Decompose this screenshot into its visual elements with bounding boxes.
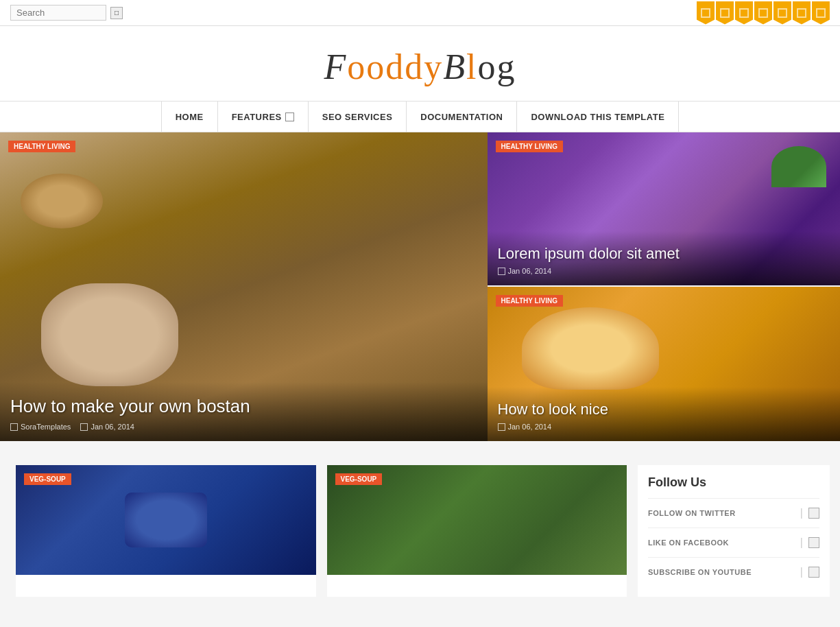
sidebar: Follow Us FOLLOW ON TWITTER | LIKE ON FA… (638, 465, 830, 597)
top-bar: □ (0, 0, 840, 26)
card-1[interactable]: Veg-Soup (16, 465, 316, 597)
follow-twitter[interactable]: FOLLOW ON TWITTER | (648, 498, 819, 528)
small-top-title: Lorem ipsum dolor sit amet (498, 245, 830, 263)
small-bottom-overlay: How to look nice Jan 06, 2014 (488, 387, 841, 441)
small-bottom-date: Jan 06, 2014 (508, 423, 552, 431)
card-1-category: Veg-Soup (24, 473, 71, 485)
nav-item-documentation[interactable]: DOCUMENTATION (407, 102, 517, 132)
site-logo[interactable]: FooddyBlog (0, 47, 840, 87)
card-2-category: Veg-Soup (335, 473, 383, 485)
featured-small-col: HEALTHY LIVING Lorem ipsum dolor sit ame… (488, 132, 841, 441)
facebook-label: LIKE ON FACEBOOK (648, 539, 729, 547)
follow-us-widget: Follow Us FOLLOW ON TWITTER | LIKE ON FA… (638, 465, 830, 597)
bookmark-7[interactable] (812, 1, 830, 25)
featured-small-top[interactable]: HEALTHY LIVING Lorem ipsum dolor sit ame… (488, 132, 841, 287)
nav-item-download[interactable]: DOWNLOAD THIS TEMPLATE (517, 102, 679, 132)
features-dropdown-icon (285, 113, 294, 121)
twitter-label: FOLLOW ON TWITTER (648, 509, 736, 517)
large-post-category: HEALTHY LIVING (8, 141, 75, 152)
featured-small-bottom[interactable]: HEALTHY LIVING How to look nice Jan 06, … (488, 287, 841, 441)
small-bottom-title: How to look nice (498, 401, 830, 418)
youtube-icon (808, 567, 819, 578)
nav-item-home[interactable]: HOME (161, 102, 218, 132)
search-wrap: □ (10, 5, 123, 21)
calendar-icon-3 (498, 423, 505, 431)
youtube-label: SUBSCRIBE ON YOUTUBE (648, 568, 752, 576)
featured-section: HEALTHY LIVING How to make your own bost… (0, 132, 840, 441)
cards-section: Veg-Soup Veg-Soup Follow Us FOLLOW ON TW… (0, 455, 840, 607)
bookmark-5[interactable] (773, 1, 791, 25)
small-top-meta: Jan 06, 2014 (498, 267, 830, 275)
featured-large-post[interactable]: HEALTHY LIVING How to make your own bost… (0, 132, 488, 441)
small-top-category: HEALTHY LIVING (496, 141, 563, 152)
small-bottom-date-meta: Jan 06, 2014 (498, 423, 552, 431)
bookmark-6[interactable] (793, 1, 811, 25)
bookmark-3[interactable] (735, 1, 753, 25)
calendar-icon (80, 423, 88, 431)
facebook-right: | (800, 536, 819, 549)
follow-youtube[interactable]: SUBSCRIBE ON YOUTUBE | (648, 557, 819, 587)
card-1-image: Veg-Soup (16, 465, 316, 575)
small-bottom-meta: Jan 06, 2014 (498, 423, 830, 431)
bookmark-1[interactable] (697, 1, 715, 25)
twitter-right: | (800, 507, 819, 519)
bookmark-2[interactable] (716, 1, 734, 25)
small-top-date: Jan 06, 2014 (508, 267, 552, 275)
large-post-overlay: How to make your own bostan SoraTemplate… (0, 382, 488, 441)
nav-bar: HOME FEATURES SEO SERVICES DOCUMENTATION… (0, 101, 840, 132)
nav-item-seo[interactable]: SEO SERVICES (309, 102, 407, 132)
card-2[interactable]: Veg-Soup (327, 465, 627, 597)
large-post-title: How to make your own bostan (10, 396, 477, 417)
follow-facebook[interactable]: LIKE ON FACEBOOK | (648, 528, 819, 557)
small-top-overlay: Lorem ipsum dolor sit amet Jan 06, 2014 (488, 231, 841, 285)
small-bottom-category: HEALTHY LIVING (496, 295, 563, 307)
author-icon (10, 423, 18, 431)
facebook-icon (808, 537, 819, 548)
author-meta: SoraTemplates (10, 423, 71, 431)
date-meta: Jan 06, 2014 (80, 423, 134, 431)
bookmark-4[interactable] (754, 1, 772, 25)
nav-item-features[interactable]: FEATURES (218, 102, 309, 132)
post-date: Jan 06, 2014 (91, 423, 134, 431)
main-content: HEALTHY LIVING How to make your own bost… (0, 132, 840, 607)
calendar-icon-2 (498, 268, 505, 275)
search-input[interactable] (10, 5, 106, 21)
large-post-meta: SoraTemplates Jan 06, 2014 (10, 423, 477, 431)
twitter-icon (808, 508, 819, 519)
follow-us-title: Follow Us (648, 475, 819, 490)
logo-area: FooddyBlog (0, 26, 840, 101)
author-name: SoraTemplates (21, 423, 71, 431)
small-top-date-meta: Jan 06, 2014 (498, 267, 552, 275)
card-2-image: Veg-Soup (327, 465, 627, 575)
youtube-right: | (800, 566, 819, 578)
search-button[interactable]: □ (110, 7, 123, 19)
bookmark-icons (697, 1, 830, 25)
